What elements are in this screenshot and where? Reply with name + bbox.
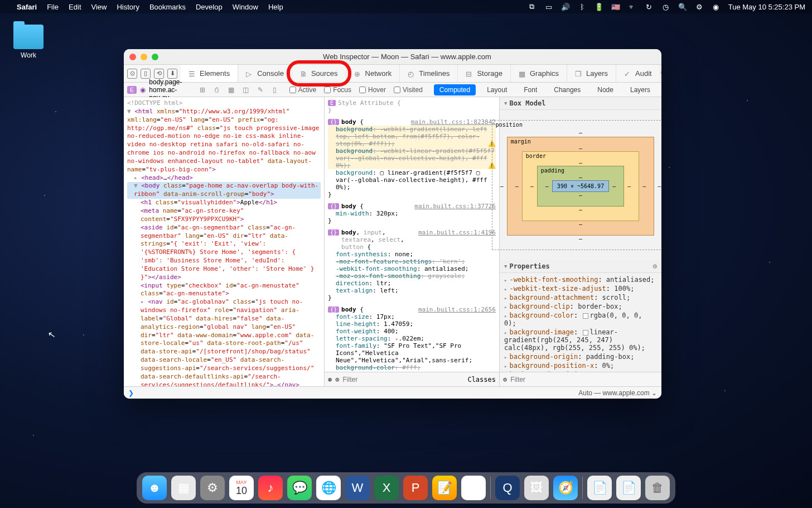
dom-meta[interactable]: <meta name="ac-gn-store-key" content="SF… xyxy=(127,207,321,224)
tab-network[interactable]: ⊕Network xyxy=(346,65,400,82)
app-name-menu[interactable]: Safari xyxy=(17,3,37,11)
dock-finder[interactable]: ☻ xyxy=(142,476,167,500)
computed-property[interactable]: -webkit-font-smoothing: antialiased; xyxy=(504,275,657,284)
computed-property[interactable]: background-attachment: scroll; xyxy=(504,293,657,302)
sidebar-tab-layout[interactable]: Layout xyxy=(481,84,513,95)
dom-nav[interactable]: ▸ <nav id="ac-globalnav" class="js touch… xyxy=(127,298,321,386)
download-icon[interactable]: ⬇ xyxy=(167,69,177,79)
zoom-button[interactable] xyxy=(152,54,158,60)
box-model-diagram[interactable]: position – – margin – – border – – paddi… xyxy=(500,110,661,260)
panels-icon[interactable]: ▦ xyxy=(227,86,236,94)
dom-aside[interactable]: <aside id="ac-gn-segmentbar" class="ac-g… xyxy=(127,224,321,282)
grid-icon[interactable]: ◫ xyxy=(241,86,250,94)
menu-help[interactable]: Help xyxy=(268,3,283,11)
dock-doc2[interactable]: 📄 xyxy=(616,476,641,500)
filter-visited[interactable]: Visited xyxy=(394,86,423,94)
dock-safari[interactable]: 🧭 xyxy=(553,476,578,500)
desktop-folder-work[interactable]: Work xyxy=(13,25,44,59)
properties-filter-icon[interactable]: ⊙ xyxy=(653,262,657,270)
style-rule[interactable]: {}body {main.built.css:1:2656font-size: … xyxy=(328,306,496,372)
tab-elements[interactable]: ☰Elements xyxy=(181,65,238,82)
tab-graphics[interactable]: ▦Graphics xyxy=(511,65,567,82)
styles-pane[interactable]: EStyle Attribute { } {}body {main.built.… xyxy=(325,97,500,386)
tab-storage[interactable]: ⊟Storage xyxy=(458,65,511,82)
search-tab-icon[interactable]: 🔍 xyxy=(660,69,661,78)
dom-doctype[interactable]: <!DOCTYPE html> xyxy=(127,99,321,108)
window-titlebar[interactable]: Web Inspector — Moon — Safari — www.appl… xyxy=(124,49,661,65)
menu-develop[interactable]: Develop xyxy=(196,3,223,11)
sidebar-tab-changes[interactable]: Changes xyxy=(548,84,586,95)
dock-excel[interactable]: X xyxy=(374,476,399,500)
menu-window[interactable]: Window xyxy=(233,3,258,11)
filter-hover[interactable]: Hover xyxy=(359,86,386,94)
style-property[interactable]: direction: ltr; xyxy=(328,280,496,287)
rendering-emulation-label[interactable]: Auto — www.apple.com ⌄ xyxy=(574,389,661,397)
menu-edit[interactable]: Edit xyxy=(69,3,81,11)
device-toggle-icon[interactable]: ▯ xyxy=(270,86,279,94)
tab-timelines[interactable]: ◴Timelines xyxy=(400,65,458,82)
dock-calendar[interactable]: MAY10 xyxy=(229,476,254,500)
timemachine-icon[interactable]: ↻ xyxy=(645,2,654,11)
paint-icon[interactable]: ✎ xyxy=(256,86,265,94)
dom-body[interactable]: ▼ <body class="page-home ac-nav-overlap … xyxy=(127,182,321,199)
dock-settings[interactable]: ⚙ xyxy=(200,476,225,500)
style-rule[interactable]: {}body {main.built.css:1:37726min-width:… xyxy=(328,203,496,224)
menu-history[interactable]: History xyxy=(117,3,139,11)
style-rule[interactable]: {}body, input, textarea, select, button … xyxy=(328,229,496,301)
menu-bookmarks[interactable]: Bookmarks xyxy=(149,3,186,11)
properties-section-header[interactable]: Properties⊙ xyxy=(500,260,661,273)
search-icon[interactable]: 🔍 xyxy=(678,2,687,11)
box-model-section-header[interactable]: Box Model xyxy=(500,97,661,110)
flag-icon[interactable]: 🇺🇸 xyxy=(611,2,620,11)
menu-file[interactable]: File xyxy=(47,3,59,11)
sidebar-tab-node[interactable]: Node xyxy=(592,84,619,95)
computed-property[interactable]: -webkit-text-size-adjust: 100%; xyxy=(504,284,657,293)
volume-icon[interactable]: 🔊 xyxy=(561,2,570,11)
dock-notes[interactable]: 📝 xyxy=(432,476,457,500)
classes-button[interactable]: Classes xyxy=(467,376,496,384)
filter-active[interactable]: Active xyxy=(289,86,317,94)
computed-property[interactable]: background-image: linear-gradient(rgb(24… xyxy=(504,328,657,352)
add-rule-icon[interactable]: ⊕ xyxy=(328,376,332,384)
display-icon[interactable]: ▭ xyxy=(544,2,553,11)
dock-music[interactable]: ♪ xyxy=(258,476,283,500)
menu-view[interactable]: View xyxy=(91,3,107,11)
inspect-icon[interactable]: ⊙ xyxy=(127,69,137,79)
computed-filter-input[interactable] xyxy=(510,376,658,384)
siri-icon[interactable]: ◉ xyxy=(712,2,721,11)
sidebar-tab-layers[interactable]: Layers xyxy=(625,84,656,95)
computed-property[interactable]: background-origin: padding-box; xyxy=(504,352,657,361)
dom-input[interactable]: <input type="checkbox" id="ac-gn-menusta… xyxy=(127,282,321,299)
tab-console[interactable]: ▷Console xyxy=(238,65,292,82)
dock-chrome[interactable]: 🌐 xyxy=(316,476,341,500)
style-property[interactable]: background-color: #fff; xyxy=(328,364,496,371)
style-property[interactable]: font-family: "SF Pro Text","SF Pro Icons… xyxy=(328,342,496,364)
console-drawer-toggle[interactable]: ❯ xyxy=(124,389,138,397)
filter-focus[interactable]: Focus xyxy=(324,86,351,94)
print-icon[interactable]: ⎙ xyxy=(212,86,221,94)
battery-icon[interactable]: 🔋 xyxy=(594,2,603,11)
style-rule[interactable]: {}body {main.built.css:1:823842backgroun… xyxy=(328,118,496,198)
dropbox-icon[interactable]: ⧉ xyxy=(528,2,536,11)
computed-property[interactable]: background-color: rgba(0, 0, 0, 0); xyxy=(504,311,657,328)
close-button[interactable] xyxy=(129,54,136,60)
style-property[interactable]: -moz-font-feature-settings: 'kern'; xyxy=(328,258,496,265)
refresh-icon[interactable]: ⟲ xyxy=(154,69,164,79)
dock-word[interactable]: W xyxy=(345,476,370,500)
dock-launchpad[interactable]: ▦ xyxy=(171,476,196,500)
layout-icon[interactable]: ⊞ xyxy=(198,86,207,94)
device-icon[interactable]: ▯ xyxy=(141,69,151,79)
sidebar-tab-computed[interactable]: Computed xyxy=(434,84,476,95)
clock-icon[interactable]: ◷ xyxy=(661,2,670,11)
style-property[interactable]: background: -webkit-linear-gradient(#f5f… xyxy=(328,147,496,169)
sidebar-tab-font[interactable]: Font xyxy=(518,84,543,95)
style-property[interactable]: font-synthesis: none; xyxy=(328,251,496,258)
tab-sources[interactable]: 🗎Sources xyxy=(292,65,346,82)
style-property[interactable]: -moz-osx-font-smoothing: grayscale; xyxy=(328,272,496,280)
menubar-clock[interactable]: Tue May 10 5:25:23 PM xyxy=(728,3,805,11)
dock-doc1[interactable]: 📄 xyxy=(587,476,612,500)
dock-quicktime[interactable]: Q xyxy=(495,476,520,500)
computed-property[interactable]: background-clip: border-box; xyxy=(504,302,657,311)
tab-layers[interactable]: ❐Layers xyxy=(567,65,616,82)
styles-filter-input[interactable] xyxy=(342,376,464,384)
